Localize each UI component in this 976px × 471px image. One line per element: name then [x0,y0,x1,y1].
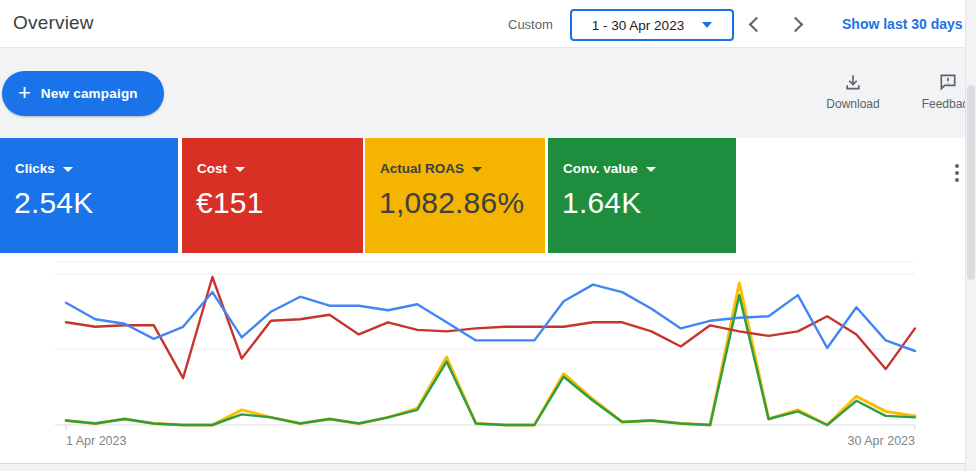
scorecard-actual-roas[interactable]: Actual ROAS 1,082.86% [365,138,545,253]
google-ads-overview-page: Overview Custom 1 - 30 Apr 2023 Show las… [0,0,976,471]
page-header: Overview Custom 1 - 30 Apr 2023 Show las… [0,0,976,48]
scrollbar[interactable] [965,0,976,471]
download-icon [843,72,863,92]
chevron-down-icon [235,167,245,172]
scorecard-label: Conv. value [563,161,638,176]
page-title: Overview [13,12,94,34]
x-axis-start-label: 1 Apr 2023 [66,434,127,448]
download-label: Download [818,97,888,111]
chevron-down-icon [702,22,712,28]
chevron-down-icon [472,167,482,172]
scrollbar-thumb[interactable] [967,85,975,280]
chart-gridlines [55,262,915,430]
scorecard-label: Cost [197,161,227,176]
scorecard-value: 2.54K [14,186,93,220]
scorecard-value: 1,082.86% [379,186,524,220]
scorecard-cost[interactable]: Cost €151 [182,138,363,253]
new-campaign-label: New campaign [41,86,138,101]
date-mode-label: Custom [508,17,553,32]
previous-period-button[interactable] [749,17,765,33]
performance-line-chart[interactable]: 1 Apr 2023 30 Apr 2023 [0,258,976,458]
download-button[interactable]: Download [818,72,888,111]
scorecard-conv-value[interactable]: Conv. value 1.64K [548,138,736,253]
series-actual-roas [66,283,915,425]
chevron-down-icon [646,167,656,172]
scorecard-value: €151 [196,186,264,220]
feedback-icon [938,72,958,92]
scorecard-value: 1.64K [562,186,641,220]
more-options-kebab-icon[interactable] [950,164,964,186]
chevron-down-icon [63,167,73,172]
show-last-30-days-link[interactable]: Show last 30 days [842,16,963,32]
date-range-value: 1 - 30 Apr 2023 [592,18,684,33]
series-cost [66,277,915,378]
next-period-button[interactable] [788,17,804,33]
x-axis-end-label: 30 Apr 2023 [848,434,915,448]
plus-icon: + [18,82,31,104]
scorecard-label: Clicks [15,161,55,176]
panel-bottom-divider [0,463,976,471]
date-range-picker[interactable]: 1 - 30 Apr 2023 [570,9,734,41]
scorecard-clicks[interactable]: Clicks 2.54K [0,138,178,253]
new-campaign-button[interactable]: + New campaign [2,71,164,116]
scorecard-label: Actual ROAS [380,161,464,176]
chart-series-lines [66,277,915,425]
